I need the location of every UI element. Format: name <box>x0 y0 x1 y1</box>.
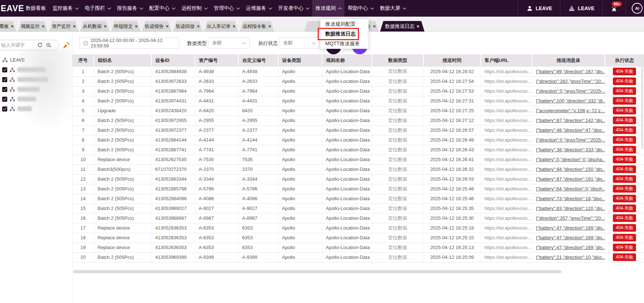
status-badge: 404-失败 <box>613 205 636 212</box>
ai-assistant-button[interactable]: AI <box>626 0 644 17</box>
date-range-picker[interactable]: 2025-04-12 00:00:00 - 2025-04-12 23:59:5… <box>79 37 179 49</box>
tree-search-input[interactable] <box>1 42 34 48</box>
tab-close-icon[interactable]: × <box>417 24 419 29</box>
push-message-link[interactable]: {"battery":67,"direction":191,"dis... <box>536 176 605 182</box>
navbar-right: LEAVE LEAVE 99+ AI <box>518 0 644 17</box>
tab-close-icon[interactable]: × <box>104 24 107 29</box>
push-message-link[interactable]: {"battery":21,"direction":10,"disc... <box>536 254 605 260</box>
open-tab[interactable]: 轨迹回放 × <box>173 21 203 31</box>
push-message-link[interactable]: {"battery":64,"direction":0,"disch... <box>536 186 605 192</box>
push-message-link[interactable]: {"battery":47,"direction":169,"dis... <box>536 245 605 250</box>
tab-close-icon[interactable]: × <box>135 24 138 29</box>
checkbox-checked-icon[interactable] <box>2 77 7 82</box>
nav-menu-item[interactable]: 运维服务 <box>243 0 275 17</box>
push-message-link[interactable]: {"direction":0,"gnssTime":"2025-... <box>536 88 605 94</box>
checkbox-checked-icon[interactable] <box>2 87 7 92</box>
open-tab[interactable]: 轨迹报告 × <box>142 21 172 31</box>
cell-asset_no: A-9399 <box>195 252 238 262</box>
push-message-link[interactable]: {"battery":73,"direction":18,"disc... <box>536 196 605 201</box>
open-tab[interactable]: 看板 × <box>0 21 17 31</box>
refresh-icon[interactable] <box>37 42 43 48</box>
push-message-link[interactable]: {"battery":47,"direction":169,"dis... <box>536 225 605 231</box>
cell-client_url: https://iot.apolloscoo... <box>481 233 532 243</box>
data-type-select[interactable]: 全部 <box>208 37 250 49</box>
user-menu[interactable]: LEAVE <box>518 0 560 17</box>
nav-menu-item[interactable]: 数据看板 <box>22 0 49 17</box>
nav-menu-item[interactable]: 管理中心 <box>210 0 243 17</box>
vertical-scrollbar[interactable] <box>641 55 643 149</box>
tree-root-item[interactable]: LEAVE <box>2 55 71 65</box>
checkbox-checked-icon[interactable] <box>2 106 7 111</box>
tab-close-icon[interactable]: × <box>268 24 271 29</box>
cell-device_type: Apollo <box>278 96 322 106</box>
push-message-link[interactable]: {"direction":0,"gnssTime":"2025-... <box>536 137 605 143</box>
push-message-link[interactable]: {"battery":0,"direction":0,"discha... <box>536 157 605 162</box>
brand-menu[interactable]: LEAVE <box>560 0 602 17</box>
horizontal-scrollbar[interactable] <box>73 270 561 273</box>
nav-menu-item[interactable]: 帮助中心 <box>344 0 377 17</box>
tab-close-icon[interactable]: × <box>166 24 169 29</box>
brand-label: LEAVE <box>578 5 594 11</box>
table-header-row: 序号组织名设备ID资产编号自定义编号设备类型规则名称数据类型推送时间客户端URL… <box>72 54 644 67</box>
chevron-down-icon <box>204 6 208 9</box>
push-message-link[interactable]: {"accelerometer":"x:156,y:-72,z:... <box>536 108 605 113</box>
tab-close-icon[interactable]: × <box>11 24 14 29</box>
nav-menu-item[interactable]: 配置中心 <box>146 0 178 17</box>
tree-item[interactable] <box>2 104 71 114</box>
cell-status: 404-失败 <box>605 233 644 243</box>
open-tab[interactable]: 远程指令集 × <box>240 21 274 31</box>
cell-custom_no: A-2955 <box>238 115 278 125</box>
tree-item[interactable] <box>2 75 71 84</box>
dropdown-menu-item[interactable]: 数据推送日志 <box>321 29 368 39</box>
nav-menu-item[interactable]: 开发者中心 <box>275 0 312 17</box>
checkbox-checked-icon[interactable] <box>2 97 7 102</box>
zoom-in-icon[interactable] <box>46 42 52 48</box>
cell-asset_no: A-6353 <box>195 243 238 252</box>
exec-status-select[interactable]: 全部 <box>279 37 319 49</box>
nav-menu-item[interactable]: 电子围栏 <box>81 0 114 17</box>
push-message-link[interactable]: {"direction":357,"gnssTime":"20... <box>536 215 605 221</box>
cell-org: Batch3(500pcs) <box>94 164 151 174</box>
clear-broom-icon[interactable] <box>62 41 70 49</box>
push-message-link[interactable]: {"battery":47,"direction":169,"dis... <box>536 235 605 240</box>
cell-asset_no: A-7741 <box>195 145 238 155</box>
checkbox-checked-icon[interactable] <box>2 67 7 72</box>
tab-close-icon[interactable]: × <box>73 24 76 29</box>
tree-item[interactable] <box>2 84 71 94</box>
push-message-link[interactable]: {"battery":38,"direction":333,"dis... <box>536 147 605 152</box>
tab-close-icon[interactable]: × <box>197 24 200 29</box>
status-badge: 404-失败 <box>613 175 636 183</box>
tab-close-icon[interactable]: × <box>42 24 45 29</box>
nav-menu-item[interactable]: 远程控制 <box>178 0 210 17</box>
push-message-link[interactable]: {"battery":100,"direction":332,"di... <box>536 98 605 104</box>
tab-close-icon[interactable]: × <box>373 24 376 29</box>
push-message-link[interactable]: {"battery":89,"direction":167,"dis... <box>536 69 605 74</box>
tree-search-box[interactable] <box>0 40 59 50</box>
push-message-link[interactable]: {"battery":48,"direction":47,"disc... <box>536 127 605 133</box>
nav-menu-item[interactable]: 监控服务 <box>49 0 81 17</box>
column-header: 组织名 <box>94 54 151 67</box>
cell-data_type: 定位数据 <box>372 106 423 115</box>
open-tab[interactable]: 终端报文 × <box>111 21 141 31</box>
push-message-link[interactable]: {"direction":282,"gnssTime":"20... <box>536 79 605 84</box>
open-tab[interactable]: 视频监控 × <box>18 21 48 31</box>
cell-status: 404-失败 <box>605 76 644 86</box>
open-tab[interactable]: 数据推送日志 × <box>380 21 425 31</box>
nav-menu-item[interactable]: 推送规则 <box>312 0 344 17</box>
push-message-link[interactable]: {"battery":83,"direction":120,"dis... <box>536 206 605 211</box>
push-message-link[interactable]: {"battery":87,"direction":142,"dis... <box>536 118 605 123</box>
nav-item-label: 电子围栏 <box>85 5 105 12</box>
dropdown-menu-item[interactable]: 推送规则配置 <box>321 19 368 29</box>
open-tab[interactable]: 从机数据 × <box>80 21 110 31</box>
tab-close-icon[interactable]: × <box>233 24 235 29</box>
dropdown-menu-item[interactable]: MQTT推送服务 <box>321 39 368 49</box>
alarm-button[interactable]: 99+ <box>602 0 626 17</box>
nav-menu-item[interactable]: 数据大屏 <box>377 0 409 17</box>
open-tab[interactable]: 出入库记录 × <box>204 21 238 31</box>
push-message-link[interactable]: {"battery":94,"direction":150,"dis... <box>536 167 605 172</box>
tree-item[interactable] <box>2 94 71 104</box>
cell-status: 404-失败 <box>605 125 644 135</box>
open-tab[interactable]: 资产监控 × <box>49 21 79 31</box>
nav-menu-item[interactable]: 报告服务 <box>114 0 146 17</box>
tree-item[interactable] <box>2 65 71 75</box>
